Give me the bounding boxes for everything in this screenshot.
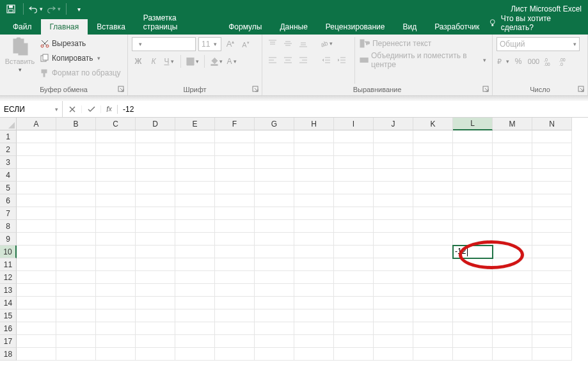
qat-customize[interactable]: ▾: [72, 2, 86, 16]
cell-F7[interactable]: [215, 207, 255, 220]
tab-file[interactable]: Файл: [4, 19, 41, 35]
cell-B8[interactable]: [56, 220, 96, 233]
cell-E15[interactable]: [175, 309, 215, 322]
cell-D17[interactable]: [136, 335, 175, 348]
cell-C16[interactable]: [96, 322, 136, 335]
cell-E7[interactable]: [175, 207, 215, 220]
cell-I7[interactable]: [334, 207, 374, 220]
cell-I13[interactable]: [334, 284, 374, 297]
cell-D16[interactable]: [136, 322, 175, 335]
cell-L7[interactable]: [453, 207, 493, 220]
launcher-icon[interactable]: [578, 86, 585, 93]
cell-C7[interactable]: [96, 207, 136, 220]
cell-H1[interactable]: [294, 130, 334, 143]
cell-D2[interactable]: [136, 143, 175, 156]
cell-H14[interactable]: [294, 297, 334, 309]
enter-edit-button[interactable]: [82, 105, 101, 113]
cell-K6[interactable]: [413, 194, 453, 207]
row-header-11[interactable]: 11: [0, 258, 17, 271]
bold-button[interactable]: Ж: [132, 55, 145, 68]
cell-B7[interactable]: [56, 207, 96, 220]
tab-home[interactable]: Главная: [41, 19, 88, 35]
tab-developer[interactable]: Разработчик: [425, 19, 488, 35]
cell-C11[interactable]: [96, 258, 136, 271]
cell-E11[interactable]: [175, 258, 215, 271]
cell-M13[interactable]: [493, 284, 532, 297]
cell-L18[interactable]: [453, 348, 493, 361]
cell-G17[interactable]: [255, 335, 294, 348]
cell-A2[interactable]: [17, 143, 56, 156]
cell-D6[interactable]: [136, 194, 175, 207]
cell-F5[interactable]: [215, 182, 255, 194]
cell-C6[interactable]: [96, 194, 136, 207]
cancel-edit-button[interactable]: [63, 105, 82, 113]
cell-F13[interactable]: [215, 284, 255, 297]
cell-N11[interactable]: [532, 258, 572, 271]
cell-G2[interactable]: [255, 143, 294, 156]
tab-review[interactable]: Рецензирование: [317, 19, 394, 35]
cell-E12[interactable]: [175, 271, 215, 284]
cell-N10[interactable]: [532, 246, 572, 258]
cell-C1[interactable]: [96, 130, 136, 143]
row-header-10[interactable]: 10: [0, 246, 17, 258]
tab-view[interactable]: Вид: [393, 19, 425, 35]
cell-M5[interactable]: [493, 182, 532, 194]
cell-M10[interactable]: [493, 246, 532, 258]
cut-button[interactable]: Вырезать: [38, 37, 123, 50]
cell-N2[interactable]: [532, 143, 572, 156]
cell-N16[interactable]: [532, 322, 572, 335]
cell-L5[interactable]: [453, 182, 493, 194]
cell-K16[interactable]: [413, 322, 453, 335]
cell-A8[interactable]: [17, 220, 56, 233]
col-header-G[interactable]: G: [255, 118, 294, 130]
cell-G6[interactable]: [255, 194, 294, 207]
copy-button[interactable]: Копировать ▾: [38, 52, 123, 65]
cell-L4[interactable]: [453, 169, 493, 182]
cell-A4[interactable]: [17, 169, 56, 182]
cell-G11[interactable]: [255, 258, 294, 271]
cell-A13[interactable]: [17, 284, 56, 297]
cell-F2[interactable]: [215, 143, 255, 156]
cell-H10[interactable]: [294, 246, 334, 258]
cell-N5[interactable]: [532, 182, 572, 194]
cell-M11[interactable]: [493, 258, 532, 271]
cell-G14[interactable]: [255, 297, 294, 309]
cell-B2[interactable]: [56, 143, 96, 156]
cell-N14[interactable]: [532, 297, 572, 309]
cell-I17[interactable]: [334, 335, 374, 348]
cell-G3[interactable]: [255, 156, 294, 169]
row-header-15[interactable]: 15: [0, 309, 17, 322]
cell-K2[interactable]: [413, 143, 453, 156]
increase-font-button[interactable]: A▴: [224, 38, 237, 51]
cell-J17[interactable]: [374, 335, 413, 348]
cell-N7[interactable]: [532, 207, 572, 220]
cell-D4[interactable]: [136, 169, 175, 182]
cell-B3[interactable]: [56, 156, 96, 169]
cell-E2[interactable]: [175, 143, 215, 156]
col-header-M[interactable]: M: [493, 118, 532, 130]
cell-H7[interactable]: [294, 207, 334, 220]
cell-B6[interactable]: [56, 194, 96, 207]
cell-G16[interactable]: [255, 322, 294, 335]
cell-F14[interactable]: [215, 297, 255, 309]
col-header-L[interactable]: L: [453, 118, 493, 130]
cell-H2[interactable]: [294, 143, 334, 156]
redo-button[interactable]: ▾: [47, 2, 61, 16]
cell-G18[interactable]: [255, 348, 294, 361]
cell-J14[interactable]: [374, 297, 413, 309]
orientation-button[interactable]: ab▾: [320, 37, 333, 50]
cell-J5[interactable]: [374, 182, 413, 194]
cell-H3[interactable]: [294, 156, 334, 169]
cell-C2[interactable]: [96, 143, 136, 156]
cell-M4[interactable]: [493, 169, 532, 182]
cell-L9[interactable]: [453, 233, 493, 246]
row-header-18[interactable]: 18: [0, 348, 17, 361]
cell-J1[interactable]: [374, 130, 413, 143]
cell-I16[interactable]: [334, 322, 374, 335]
cell-M9[interactable]: [493, 233, 532, 246]
cell-J15[interactable]: [374, 309, 413, 322]
cell-C18[interactable]: [96, 348, 136, 361]
cell-K4[interactable]: [413, 169, 453, 182]
cell-I4[interactable]: [334, 169, 374, 182]
cell-A1[interactable]: [17, 130, 56, 143]
